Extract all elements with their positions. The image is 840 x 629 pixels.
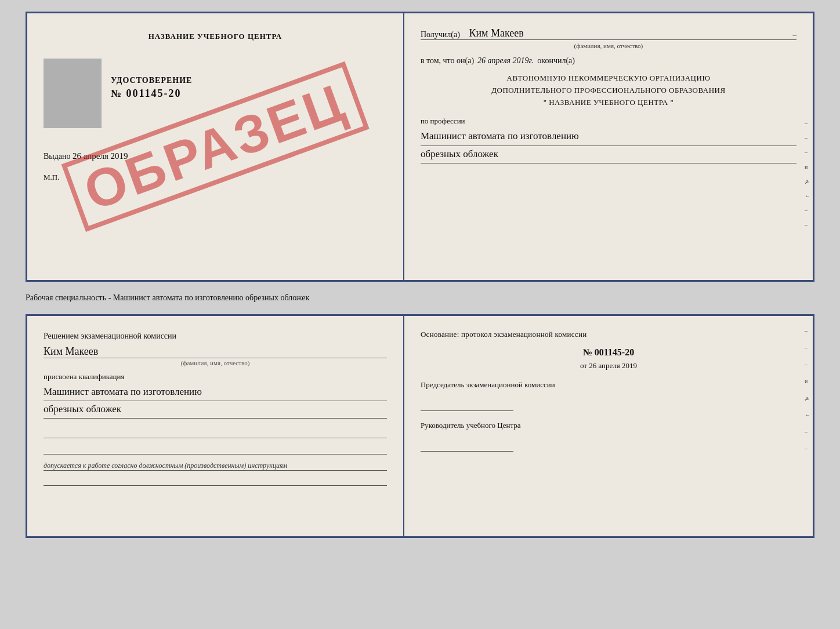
qual-prefix: присвоена квалификация bbox=[44, 372, 387, 381]
director-sig-line bbox=[421, 441, 513, 452]
top-right-panel: Получил(а) Ким Макеев – (фамилия, имя, о… bbox=[404, 13, 813, 280]
protocol-date-value: 26 апреля 2019 bbox=[589, 361, 637, 370]
chairman-role: Председатель экзаменационной комиссии bbox=[421, 380, 796, 390]
decision-text: Решением экзаменационной комиссии bbox=[44, 330, 387, 342]
date-prefix: в том, что он(а) bbox=[421, 56, 474, 66]
photo-placeholder bbox=[44, 59, 102, 128]
profession-line2: обрезных обложек bbox=[421, 146, 796, 163]
issued-line: Выдано 26 апреля 2019 bbox=[44, 151, 387, 161]
date-value: 26 апреля 2019г. bbox=[477, 56, 534, 66]
profession-label: по профессии bbox=[421, 117, 796, 126]
top-left-panel: НАЗВАНИЕ УЧЕБНОГО ЦЕНТРА УДОСТОВЕРЕНИЕ №… bbox=[27, 13, 404, 280]
name-subtitle-top: (фамилия, имя, отчество) bbox=[421, 42, 796, 49]
right-edge-marks-bottom: – – – и ,а ← – – bbox=[805, 328, 810, 452]
qual-line2: обрезных обложек bbox=[44, 401, 387, 419]
issued-prefix: Выдано bbox=[44, 152, 71, 161]
received-prefix: Получил(а) bbox=[421, 30, 460, 39]
separator-label: Рабочая специальность - Машинист автомат… bbox=[26, 291, 814, 305]
org-name: " НАЗВАНИЕ УЧЕБНОГО ЦЕНТРА " bbox=[421, 97, 796, 109]
mp-label: М.П. bbox=[44, 173, 387, 182]
director-role: Руководитель учебного Центра bbox=[421, 420, 796, 431]
protocol-date: от 26 апреля 2019 bbox=[421, 361, 796, 370]
received-line: Получил(а) Ким Макеев – bbox=[421, 27, 796, 40]
underlines-block bbox=[44, 428, 387, 455]
bottom-name-subtitle: (фамилия, имя, отчество) bbox=[44, 359, 387, 366]
top-document: НАЗВАНИЕ УЧЕБНОГО ЦЕНТРА УДОСТОВЕРЕНИЕ №… bbox=[26, 12, 814, 282]
protocol-number: № 001145-20 bbox=[421, 347, 796, 358]
recipient-name: Ким Макеев bbox=[469, 27, 785, 39]
protocol-date-prefix: от bbox=[580, 361, 587, 370]
chairman-sig-line bbox=[421, 401, 513, 411]
issued-date: 26 апреля 2019 bbox=[73, 151, 128, 161]
org-block: АВТОНОМНУЮ НЕКОММЕРЧЕСКУЮ ОРГАНИЗАЦИЮ ДО… bbox=[421, 72, 796, 108]
bottom-document: Решением экзаменационной комиссии Ким Ма… bbox=[26, 314, 814, 538]
top-school-title: НАЗВАНИЕ УЧЕБНОГО ЦЕНТРА bbox=[44, 32, 387, 41]
date-suffix: окончил(а) bbox=[537, 56, 575, 66]
cert-label: УДОСТОВЕРЕНИЕ bbox=[107, 76, 387, 85]
org-line1: АВТОНОМНУЮ НЕКОММЕРЧЕСКУЮ ОРГАНИЗАЦИЮ bbox=[421, 72, 796, 85]
qual-line1: Машинист автомата по изготовлению bbox=[44, 384, 387, 401]
cert-number: № 001145-20 bbox=[107, 88, 387, 100]
bottom-left-panel: Решением экзаменационной комиссии Ким Ма… bbox=[27, 316, 404, 536]
underline-1 bbox=[44, 428, 387, 438]
right-edge-marks-top: – – – и ,а ← – – bbox=[805, 120, 810, 228]
date-line: в том, что он(а) 26 апреля 2019г. окончи… bbox=[421, 56, 796, 66]
underline-2 bbox=[44, 444, 387, 455]
signature-block-chairman: Председатель экзаменационной комиссии bbox=[421, 380, 796, 411]
underline-3 bbox=[44, 475, 387, 486]
допуск-line: допускается к работе согласно должностны… bbox=[44, 461, 387, 471]
osnov-title: Основание: протокол экзаменационной коми… bbox=[421, 330, 796, 339]
signature-block-director: Руководитель учебного Центра bbox=[421, 420, 796, 452]
bottom-name: Ким Макеев bbox=[44, 346, 387, 358]
bottom-right-panel: Основание: протокол экзаменационной коми… bbox=[404, 316, 813, 536]
profession-line1: Машинист автомата по изготовлению bbox=[421, 128, 796, 146]
org-line2: ДОПОЛНИТЕЛЬНОГО ПРОФЕССИОНАЛЬНОГО ОБРАЗО… bbox=[421, 85, 796, 97]
